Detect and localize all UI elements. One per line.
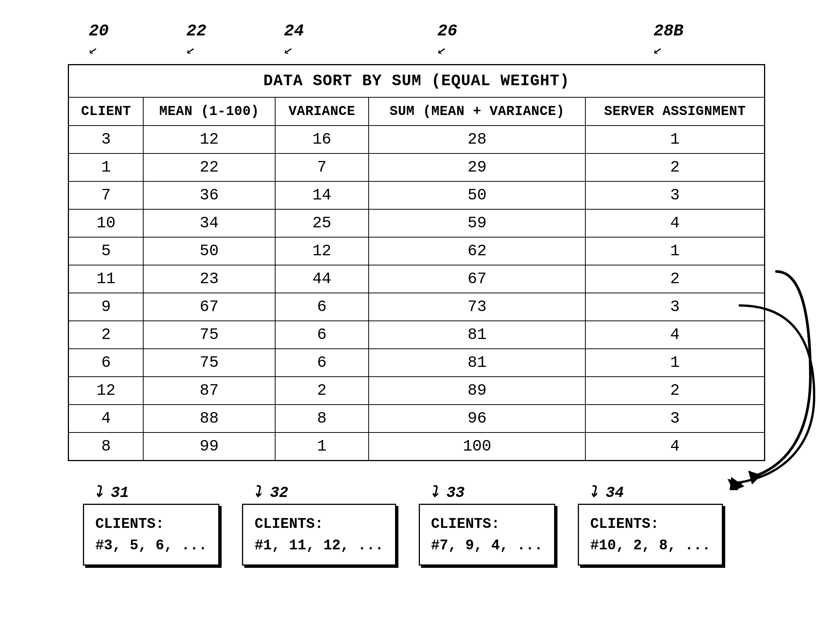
cell-r3-c3: 59	[368, 209, 585, 237]
col-header-sum: SUM (MEAN + VARIANCE)	[368, 97, 585, 126]
cell-r7-c0: 2	[69, 321, 144, 349]
cell-r1-c1: 22	[143, 153, 275, 181]
cell-r11-c0: 8	[69, 433, 144, 461]
cell-r2-c2: 14	[275, 181, 369, 209]
cell-r2-c1: 36	[143, 181, 275, 209]
server-ref-label-33: ⤵ 33	[430, 484, 465, 501]
server-boxes-section: ⤵ 31CLIENTS:#3, 5, 6, ...⤵ 32CLIENTS:#1,…	[68, 484, 765, 565]
ref-label-24: 24 ↙	[284, 23, 304, 58]
col-header-mean: MEAN (1-100)	[143, 97, 275, 126]
table-title: DATA SORT BY SUM (EQUAL WEIGHT)	[69, 65, 765, 98]
cell-r11-c1: 99	[143, 433, 275, 461]
cell-r11-c2: 1	[275, 433, 369, 461]
col-header-variance: VARIANCE	[275, 97, 369, 126]
cell-r7-c2: 6	[275, 321, 369, 349]
table-row: 1227292	[69, 153, 765, 181]
cell-r0-c1: 12	[143, 126, 275, 153]
table-title-row: DATA SORT BY SUM (EQUAL WEIGHT)	[69, 65, 765, 98]
cell-r0-c4: 1	[585, 126, 764, 153]
cell-r7-c3: 81	[368, 321, 585, 349]
cell-r1-c4: 2	[585, 153, 764, 181]
ref-label-28b: 28B ↙	[654, 23, 683, 58]
cell-r2-c3: 50	[368, 181, 585, 209]
cell-r10-c2: 8	[275, 404, 369, 433]
server-ref-label-34: ⤵ 34	[589, 484, 624, 501]
cell-r3-c0: 10	[69, 209, 144, 237]
cell-r1-c0: 1	[69, 153, 144, 181]
cell-r9-c0: 12	[69, 377, 144, 404]
cell-r5-c2: 44	[275, 265, 369, 293]
data-table: DATA SORT BY SUM (EQUAL WEIGHT) CLIENT M…	[68, 64, 765, 461]
table-row: 2756814	[69, 321, 765, 349]
cell-r5-c0: 11	[69, 265, 144, 293]
cell-r8-c3: 81	[368, 349, 585, 377]
cell-r8-c2: 6	[275, 349, 369, 377]
cell-r3-c1: 34	[143, 209, 275, 237]
cell-r3-c2: 25	[275, 209, 369, 237]
cell-r4-c4: 1	[585, 237, 764, 265]
top-reference-labels: 20 ↙ 22 ↙ 24 ↙ 26 ↙ 28B ↙	[68, 23, 765, 64]
server-box-wrapper-4: ⤵ 34CLIENTS:#10, 2, 8, ...	[578, 484, 723, 565]
cell-r1-c2: 7	[275, 153, 369, 181]
table-row: 103425594	[69, 209, 765, 237]
table-row: 6756811	[69, 349, 765, 377]
cell-r11-c3: 100	[368, 433, 585, 461]
table-header-row: CLIENT MEAN (1-100) VARIANCE SUM (MEAN +…	[69, 97, 765, 126]
cell-r4-c1: 50	[143, 237, 275, 265]
cell-r6-c2: 6	[275, 293, 369, 321]
cell-r6-c1: 67	[143, 293, 275, 321]
table-row: 12872892	[69, 377, 765, 404]
col-header-client: CLIENT	[69, 97, 144, 126]
cell-r6-c0: 9	[69, 293, 144, 321]
cell-r2-c0: 7	[69, 181, 144, 209]
cell-r6-c3: 73	[368, 293, 585, 321]
server-box-34: CLIENTS:#10, 2, 8, ...	[578, 504, 723, 565]
ref-label-22: 22 ↙	[187, 23, 207, 58]
cell-r0-c3: 28	[368, 126, 585, 153]
cell-r10-c0: 4	[69, 404, 144, 433]
table-row: 31216281	[69, 126, 765, 153]
cell-r7-c1: 75	[143, 321, 275, 349]
cell-r8-c0: 6	[69, 349, 144, 377]
server-box-wrapper-2: ⤵ 32CLIENTS:#1, 11, 12, ...	[242, 484, 396, 565]
table-row: 73614503	[69, 181, 765, 209]
cell-r8-c1: 75	[143, 349, 275, 377]
cell-r4-c0: 5	[69, 237, 144, 265]
table-row: 112344672	[69, 265, 765, 293]
server-box-32: CLIENTS:#1, 11, 12, ...	[242, 504, 396, 565]
server-ref-label-32: ⤵ 32	[253, 484, 288, 501]
cell-r9-c2: 2	[275, 377, 369, 404]
server-box-wrapper-3: ⤵ 33CLIENTS:#7, 9, 4, ...	[419, 484, 555, 565]
server-ref-label-31: ⤵ 31	[94, 484, 129, 501]
cell-r9-c3: 89	[368, 377, 585, 404]
table-row: 4888963	[69, 404, 765, 433]
table-to-boxes-arrow	[735, 264, 818, 490]
svg-marker-2	[748, 470, 761, 485]
cell-r0-c2: 16	[275, 126, 369, 153]
ref-label-26: 26 ↙	[437, 23, 458, 58]
table-row: 9676733	[69, 293, 765, 321]
col-header-server: SERVER ASSIGNMENT	[585, 97, 764, 126]
cell-r4-c2: 12	[275, 237, 369, 265]
cell-r1-c3: 29	[368, 153, 585, 181]
cell-r0-c0: 3	[69, 126, 144, 153]
cell-r5-c1: 23	[143, 265, 275, 293]
server-box-wrapper-1: ⤵ 31CLIENTS:#3, 5, 6, ...	[83, 484, 219, 565]
table-row: 55012621	[69, 237, 765, 265]
cell-r4-c3: 62	[368, 237, 585, 265]
ref-label-20: 20 ↙	[89, 23, 109, 58]
cell-r2-c4: 3	[585, 181, 764, 209]
cell-r10-c3: 96	[368, 404, 585, 433]
cell-r9-c1: 87	[143, 377, 275, 404]
table-row: 89911004	[69, 433, 765, 461]
cell-r10-c1: 88	[143, 404, 275, 433]
server-box-33: CLIENTS:#7, 9, 4, ...	[419, 504, 555, 565]
cell-r3-c4: 4	[585, 209, 764, 237]
server-box-31: CLIENTS:#3, 5, 6, ...	[83, 504, 219, 565]
cell-r5-c3: 67	[368, 265, 585, 293]
